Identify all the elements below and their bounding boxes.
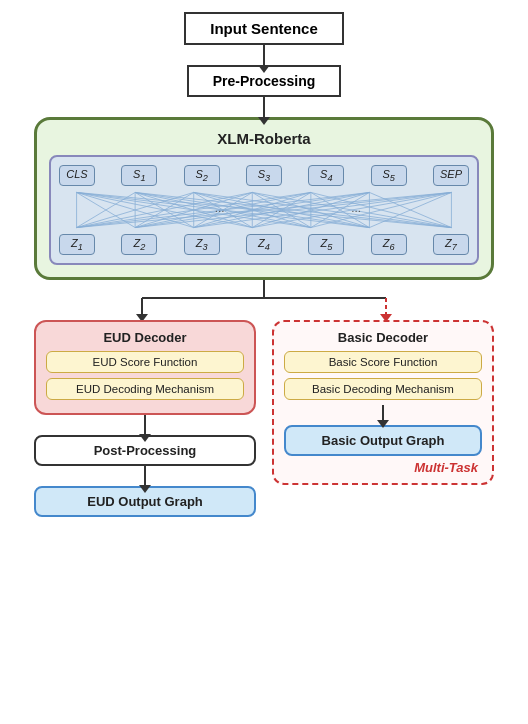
bottom-section: EUD Decoder EUD Score Function EUD Decod… <box>34 320 494 517</box>
svg-text:...: ... <box>215 201 225 214</box>
post-processing-label: Post-Processing <box>94 443 197 458</box>
svg-marker-54 <box>136 314 148 320</box>
z5-box: Z5 <box>308 234 344 255</box>
left-branch: EUD Decoder EUD Score Function EUD Decod… <box>34 320 256 517</box>
basic-decoding-mechanism-box: Basic Decoding Mechanism <box>284 378 482 400</box>
z-row: Z1 Z2 Z3 Z4 Z5 Z6 Z7 <box>59 234 469 255</box>
input-sentence-label: Input Sentence <box>210 20 318 37</box>
arrow-input-to-preprocess <box>263 45 265 65</box>
encoder-box: CLS S1 S2 S3 S4 S5 SEP <box>49 155 479 265</box>
fork-svg <box>34 280 494 320</box>
token-s2: S2 <box>184 165 220 186</box>
basic-decoder-title: Basic Decoder <box>284 330 482 345</box>
eud-decoding-mechanism-box: EUD Decoding Mechanism <box>46 378 244 400</box>
arrow-preprocess-to-encoder <box>263 97 265 117</box>
right-branch: Basic Decoder Basic Score Function Basic… <box>272 320 494 517</box>
connections-svg: ... ... <box>59 190 469 230</box>
z3-box: Z3 <box>184 234 220 255</box>
multi-task-label: Multi-Task <box>284 460 482 475</box>
basic-output-graph-box: Basic Output Graph <box>284 425 482 456</box>
token-s3: S3 <box>246 165 282 186</box>
basic-score-function-label: Basic Score Function <box>329 356 438 368</box>
eud-score-function-box: EUD Score Function <box>46 351 244 373</box>
basic-decoder-box: Basic Decoder Basic Score Function Basic… <box>272 320 494 485</box>
svg-marker-56 <box>380 314 392 320</box>
eud-decoding-mechanism-label: EUD Decoding Mechanism <box>76 383 214 395</box>
pre-processing-label: Pre-Processing <box>213 73 316 89</box>
diagram: Input Sentence Pre-Processing XLM-Robert… <box>0 0 528 724</box>
z7-box: Z7 <box>433 234 469 255</box>
eud-decoder-title: EUD Decoder <box>46 330 244 345</box>
token-cls: CLS <box>59 165 95 186</box>
token-s4: S4 <box>308 165 344 186</box>
svg-text:...: ... <box>352 201 362 214</box>
xlm-title: XLM-Roberta <box>49 130 479 147</box>
xlm-roberta-container: XLM-Roberta CLS S1 S2 S3 S4 S5 SEP <box>34 117 494 280</box>
z1-box: Z1 <box>59 234 95 255</box>
basic-output-label: Basic Output Graph <box>322 433 445 448</box>
input-sentence-box: Input Sentence <box>184 12 344 45</box>
z2-box: Z2 <box>121 234 157 255</box>
basic-score-function-box: Basic Score Function <box>284 351 482 373</box>
token-s1: S1 <box>121 165 157 186</box>
z6-box: Z6 <box>371 234 407 255</box>
basic-decoding-mechanism-label: Basic Decoding Mechanism <box>312 383 454 395</box>
token-s5: S5 <box>371 165 407 186</box>
token-row: CLS S1 S2 S3 S4 S5 SEP <box>59 165 469 186</box>
fork-container <box>34 280 494 320</box>
eud-score-function-label: EUD Score Function <box>93 356 198 368</box>
eud-output-label: EUD Output Graph <box>87 494 203 509</box>
eud-decoder-box: EUD Decoder EUD Score Function EUD Decod… <box>34 320 256 415</box>
multi-task-text: Multi-Task <box>414 460 478 475</box>
z4-box: Z4 <box>246 234 282 255</box>
token-sep: SEP <box>433 165 469 186</box>
